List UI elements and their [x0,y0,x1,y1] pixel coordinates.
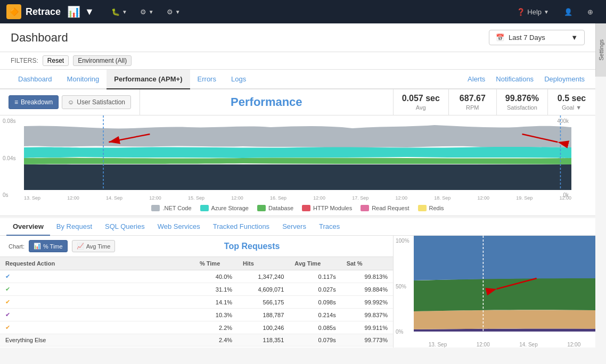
satisfaction-label: User Satisfaction [77,98,125,106]
table-footer-row: Everything Else 2.4% 118,351 0.079s 99.7… [0,334,393,346]
goal-metric[interactable]: 0.5 sec Goal ▼ [547,89,595,115]
legend-redis-label: Redis [429,205,444,211]
row3-hits: 566,175 [238,296,289,309]
legend-dotnet-label: .NET Code [162,205,191,211]
nav-user[interactable]: 👤 [558,0,579,23]
goal-value: 0.5 sec [558,94,586,103]
row2-avg: 0.027s [289,283,341,296]
legend-read-color [361,205,369,211]
mini-chart-area[interactable]: 100% 50% 0% [394,236,595,348]
table-row[interactable]: ✔ 31.1% 4,609,071 0.027s 99.884% [0,283,393,296]
rpm-label: RPM [466,104,479,111]
legend-dotnet-color [151,205,160,211]
sub-tab-servers[interactable]: Servers [276,218,313,236]
check-icon-orange: ✔ [5,299,10,305]
row1-sat: 99.813% [341,270,393,283]
row5-avg: 0.085s [289,321,341,334]
nav-add[interactable]: ⊕ [581,0,600,23]
nav-settings[interactable]: ⚙ ▼ [160,0,187,23]
date-picker-label: Last 7 Days [509,34,545,42]
rpm-metric: 687.67 RPM [448,89,496,115]
mini-y-mid: 50% [396,284,412,289]
row2-action: ✔ [0,283,194,296]
breakdown-button[interactable]: ≡ Breakdown [9,95,59,109]
table-row[interactable]: ✔ 10.3% 188,787 0.214s 99.837% [0,309,393,321]
add-icon: ⊕ [587,8,593,16]
check-icon-orange2: ✔ [5,324,10,330]
user-satisfaction-button[interactable]: ☺ User Satisfaction [62,95,131,109]
sub-tab-traces[interactable]: Traces [313,218,346,236]
logo-chart-icon: 📊 [67,5,80,18]
row5-action: ✔ [0,321,194,334]
sub-tab-tracked[interactable]: Tracked Functions [207,218,276,236]
row4-hits: 188,787 [238,309,289,321]
mini-x-axis: 13. Sep 12:00 14. Sep 12:00 [414,337,595,348]
tab-errors[interactable]: Errors [190,70,224,89]
legend-redis: Redis [418,205,444,211]
help-caret: ▼ [544,9,549,15]
logo-caret-icon[interactable]: ▼ [85,6,94,18]
row1-hits: 1,347,240 [238,270,289,283]
table-row[interactable]: ✔ 40.0% 1,347,240 0.117s 99.813% [0,270,393,283]
environment-filter[interactable]: Environment (All) [73,55,132,66]
bar-chart-icon: 📊 [34,243,41,250]
legend-database-label: Database [268,205,293,211]
legend-azure-label: Azure Storage [211,205,249,211]
satisfaction-metric: 99.876% Satisfaction [496,89,547,115]
tab-performance[interactable]: Performance (APM+) [107,70,190,89]
avg-time-button[interactable]: 📈 Avg Time [72,240,116,252]
row5-pct: 2.2% [194,321,238,334]
row4-avg: 0.214s [289,309,341,321]
app-name: Retrace [26,6,61,18]
nav-help[interactable]: ❓ Help ▼ [510,0,555,23]
dashboard-header: Dashboard 📅 Last 7 Days ▼ [0,23,595,52]
table-row[interactable]: ✔ 2.2% 100,246 0.085s 99.911% [0,321,393,334]
sub-tab-web-services[interactable]: Web Services [151,218,207,236]
deployments-link[interactable]: Deployments [544,75,585,83]
tab-dashboard[interactable]: Dashboard [11,70,60,89]
top-requests-header: Chart: 📊 % Time 📈 Avg Time Top Requests [0,236,393,257]
table-row[interactable]: ✔ 14.1% 566,175 0.098s 99.992% [0,296,393,309]
tab-logs[interactable]: Logs [224,70,253,89]
settings-sidebar[interactable]: Settings [595,23,606,77]
date-picker[interactable]: 📅 Last 7 Days ▼ [489,30,585,45]
alerts-link[interactable]: Alerts [468,75,485,83]
legend-http: HTTP Modules [302,205,352,211]
y-label-top: 0.08s [3,118,21,124]
row3-sat: 99.992% [341,296,393,309]
satisfaction-value: 99.876% [505,94,539,103]
sub-tab-by-request[interactable]: By Request [50,218,99,236]
check-icon-purple: ✔ [5,311,10,318]
app-logo[interactable]: 🔶 Retrace 📊 ▼ [6,4,94,19]
sub-tabs: Overview By Request SQL Queries Web Serv… [0,218,595,236]
top-requests-panel: Chart: 📊 % Time 📈 Avg Time Top Requests … [0,236,595,348]
tab-monitoring[interactable]: Monitoring [60,70,107,89]
mini-y-bot: 0% [396,329,412,335]
mini-chart-svg [414,236,595,337]
chart-x-axis: 13. Sep 12:00 14. Sep 12:00 15. Sep 12:0… [24,190,571,201]
chart-svg [24,115,571,190]
main-chart-area[interactable]: 0.08s 0.04s 0s 400k 200k 0k [0,115,595,201]
top-requests-right: 100% 50% 0% [393,236,595,348]
sub-tab-sql[interactable]: SQL Queries [99,218,151,236]
satisfaction-icon: ☺ [68,98,74,106]
row2-hits: 4,609,071 [238,283,289,296]
tab-right-links: Alerts Notifications Deployments [468,75,585,83]
notifications-link[interactable]: Notifications [496,75,534,83]
check-icon-blue: ✔ [5,273,10,279]
th-sat: Sat % [341,257,393,270]
mini-x-2: 12:00 [477,342,490,348]
top-navigation: 🔶 Retrace 📊 ▼ 🐛 ▼ ⚙ ▼ ⚙ ▼ ❓ Help ▼ 👤 ⊕ [0,0,606,23]
performance-panel: ≡ Breakdown ☺ User Satisfaction Performa… [0,89,595,216]
sub-tab-overview[interactable]: Overview [6,218,50,236]
pct-time-button[interactable]: 📊 % Time [29,240,68,252]
top-requests-title: Top Requests [119,242,384,251]
mini-y-top: 100% [396,238,412,244]
row1-pct: 40.0% [194,270,238,283]
reset-filter-button[interactable]: Reset [43,55,69,66]
user-icon: 👤 [564,8,572,16]
nav-apps[interactable]: ⚙ ▼ [134,0,160,23]
nav-bugs[interactable]: 🐛 ▼ [105,0,134,23]
rpm-value: 687.67 [460,94,486,103]
row4-pct: 10.3% [194,309,238,321]
